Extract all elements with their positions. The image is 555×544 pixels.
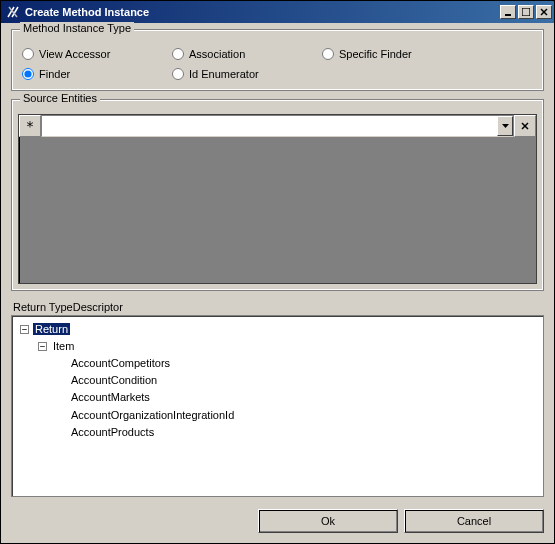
radio-id-enumerator[interactable]: Id Enumerator	[172, 68, 282, 80]
dialog-window: Create Method Instance Method Instance T…	[0, 0, 555, 544]
tree-leaf-label[interactable]: AccountCondition	[69, 374, 159, 386]
app-icon	[5, 4, 21, 20]
svg-rect-4	[522, 8, 530, 16]
maximize-button[interactable]	[518, 5, 534, 19]
method-instance-type-legend: Method Instance Type	[20, 22, 134, 34]
chevron-down-icon	[502, 124, 509, 128]
tree-leaf-label[interactable]: AccountOrganizationIntegrationId	[69, 409, 236, 421]
tree-leaf[interactable]: AccountProducts	[56, 423, 539, 440]
source-entities-grid[interactable]: *	[18, 114, 537, 284]
radio-association-label: Association	[189, 48, 245, 60]
radio-association[interactable]: Association	[172, 48, 282, 60]
radio-id-enumerator-label: Id Enumerator	[189, 68, 259, 80]
radio-finder-label: Finder	[39, 68, 70, 80]
return-type-descriptor-section: Return TypeDescriptor −Return −Item Acco…	[11, 299, 544, 497]
collapse-icon[interactable]: −	[38, 342, 47, 351]
source-entities-new-row: *	[19, 115, 536, 137]
tree-node-item-label[interactable]: Item	[51, 340, 76, 352]
source-entity-combo-text[interactable]	[42, 116, 497, 136]
window-controls	[500, 5, 552, 19]
client-area: Method Instance Type View Accessor Assoc…	[1, 23, 554, 543]
radio-specific-finder[interactable]: Specific Finder	[322, 48, 432, 60]
new-row-marker: *	[19, 115, 41, 137]
tree-leaf-label[interactable]: AccountMarkets	[69, 391, 152, 403]
source-entity-combo-dropdown-button[interactable]	[497, 116, 513, 136]
radio-view-accessor[interactable]: View Accessor	[22, 48, 132, 60]
ok-button[interactable]: Ok	[258, 509, 398, 533]
radio-view-accessor-label: View Accessor	[39, 48, 110, 60]
tree-node-return-label[interactable]: Return	[33, 323, 70, 335]
collapse-icon[interactable]: −	[20, 325, 29, 334]
svg-marker-7	[502, 124, 509, 128]
radio-id-enumerator-input[interactable]	[172, 68, 184, 80]
tree-leaf[interactable]: AccountCondition	[56, 371, 539, 388]
radio-specific-finder-label: Specific Finder	[339, 48, 412, 60]
tree-leaf-label[interactable]: AccountCompetitors	[69, 357, 172, 369]
tree-leaf[interactable]: AccountOrganizationIntegrationId	[56, 405, 539, 422]
tree-node-item[interactable]: −Item AccountCompetitors AccountConditio…	[38, 337, 539, 440]
source-entities-legend: Source Entities	[20, 92, 100, 104]
radio-specific-finder-input[interactable]	[322, 48, 334, 60]
tree-leaf[interactable]: AccountCompetitors	[56, 354, 539, 371]
close-icon	[521, 122, 529, 130]
source-entity-combo[interactable]	[41, 115, 514, 137]
close-button[interactable]	[536, 5, 552, 19]
tree-leaf[interactable]: AccountMarkets	[56, 388, 539, 405]
tree-node-return[interactable]: −Return −Item AccountCompetitors Account…	[20, 320, 539, 440]
dialog-buttons: Ok Cancel	[11, 505, 544, 533]
source-entity-delete-button[interactable]	[514, 115, 536, 137]
tree-leaf-label[interactable]: AccountProducts	[69, 426, 156, 438]
radio-finder-input[interactable]	[22, 68, 34, 80]
return-type-descriptor-tree[interactable]: −Return −Item AccountCompetitors Account…	[11, 315, 544, 497]
method-instance-type-group: Method Instance Type View Accessor Assoc…	[11, 29, 544, 91]
radio-finder[interactable]: Finder	[22, 68, 132, 80]
minimize-button[interactable]	[500, 5, 516, 19]
radio-association-input[interactable]	[172, 48, 184, 60]
titlebar: Create Method Instance	[1, 1, 554, 23]
svg-rect-3	[505, 14, 511, 16]
source-entities-group: Source Entities *	[11, 99, 544, 291]
cancel-button[interactable]: Cancel	[404, 509, 544, 533]
window-title: Create Method Instance	[25, 6, 500, 18]
return-type-descriptor-label: Return TypeDescriptor	[13, 301, 544, 313]
radio-view-accessor-input[interactable]	[22, 48, 34, 60]
